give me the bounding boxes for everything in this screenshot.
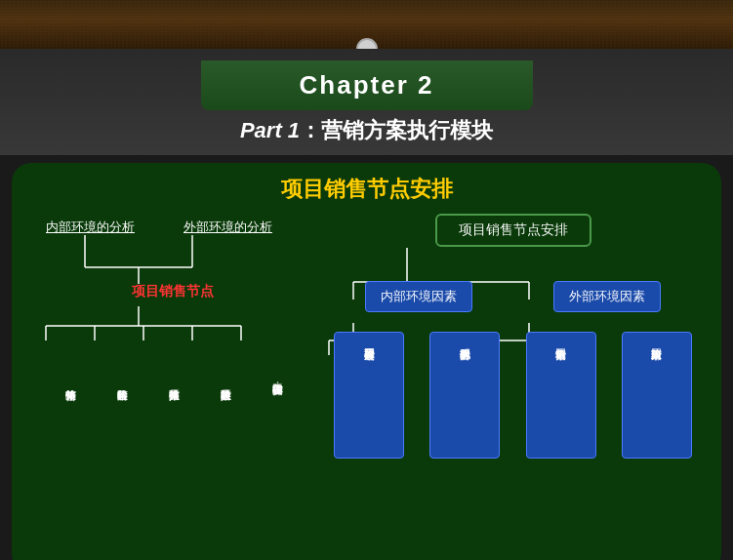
left-tree: 内部环境的分析 外部环境的分析 项目销售节点 整体营销策略 各阶段销售策略 项目… <box>31 214 305 555</box>
tree-top-labels: 内部环境的分析 外部环境的分析 <box>31 219 305 236</box>
external-env-label: 外部环境的分析 <box>183 219 272 236</box>
mid-box-external: 外部环境因素 <box>553 281 661 312</box>
diagram-container: 内部环境的分析 外部环境的分析 项目销售节点 整体营销策略 各阶段销售策略 项目… <box>31 214 702 555</box>
bottom-boxes: 项目工程进度因素分析 客户群积累情况分析 市场竞争因素分析 政府政策因素分析 <box>324 332 702 459</box>
part-label: Part 1 <box>240 118 300 142</box>
leaf-nodes: 整体营销策略 各阶段销售策略 项目整体推广策略 项目各阶段推广策略 各阶段详细工… <box>31 315 305 442</box>
header-section: Chapter 2 Part 1：营销方案执行模块 <box>0 49 733 155</box>
bottom-box-0: 项目工程进度因素分析 <box>334 332 404 459</box>
chapter-title: Chapter 2 <box>300 70 434 100</box>
leaf-4: 各阶段详细工作安排； <box>238 315 285 442</box>
leaf-2: 项目整体推广策略 <box>135 315 182 442</box>
bottom-box-1: 客户群积累情况分析 <box>429 332 500 459</box>
right-chart: 项目销售节点安排 内部环境因素 外部环境因素 项目工程进度因素分析 客户群积累情… <box>324 214 702 555</box>
mid-box-internal: 内部环境因素 <box>365 281 472 312</box>
section-title: 项目销售节点安排 <box>31 175 702 204</box>
leaf-1: 各阶段销售策略 <box>83 315 130 442</box>
bottom-box-3: 政府政策因素分析 <box>622 332 692 459</box>
circle-connector <box>356 38 378 49</box>
mid-boxes: 内部环境因素 外部环境因素 <box>324 281 702 312</box>
leaf-0: 整体营销策略 <box>31 315 78 442</box>
project-node: 项目销售节点 <box>41 283 305 300</box>
part-text: 营销方案执行模块 <box>321 118 493 142</box>
part-title: Part 1：营销方案执行模块 <box>0 116 733 145</box>
leaf-3: 项目各阶段推广策略 <box>186 315 233 442</box>
internal-env-label: 内部环境的分析 <box>46 219 135 236</box>
chapter-bar: Chapter 2 <box>201 60 533 110</box>
part-colon: ： <box>300 118 321 142</box>
top-box: 项目销售节点安排 <box>435 214 591 247</box>
top-texture <box>0 0 733 49</box>
main-content: 项目销售节点安排 <box>12 163 721 560</box>
bottom-box-2: 市场竞争因素分析 <box>526 332 596 459</box>
